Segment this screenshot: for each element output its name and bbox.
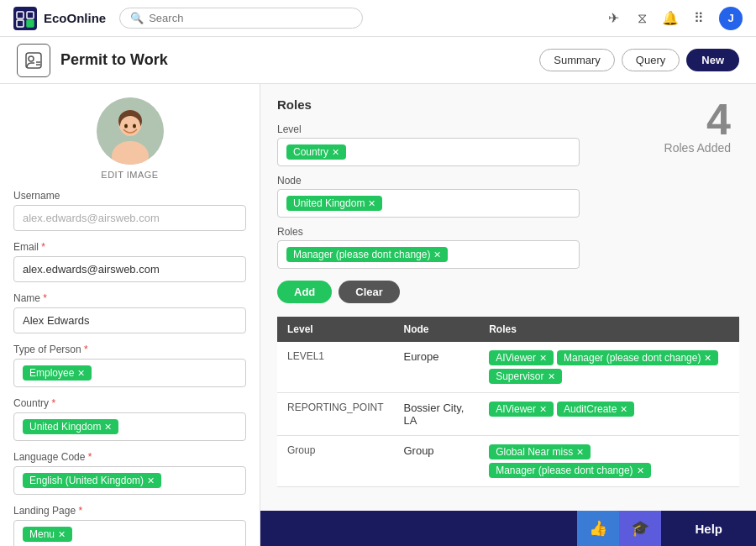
landing-group: Landing Page * Menu ✕ (13, 505, 246, 546)
role-tag-remove[interactable]: ✕ (576, 447, 584, 458)
role-tag[interactable]: AuditCreate ✕ (557, 402, 634, 417)
col-roles: Roles (479, 317, 739, 342)
grid-icon[interactable]: ⠿ (690, 10, 707, 27)
email-group: Email * (13, 241, 246, 282)
search-bar[interactable]: 🔍 (119, 8, 363, 29)
roles-table: Level Node Roles LEVEL1EuropeAIViewer ✕M… (277, 317, 739, 487)
type-label: Type of Person * (13, 344, 246, 355)
node-tag[interactable]: United Kingdom ✕ (286, 196, 382, 211)
col-node: Node (393, 317, 479, 342)
landing-tag-remove[interactable]: ✕ (58, 529, 66, 540)
language-tag-remove[interactable]: ✕ (147, 475, 155, 486)
role-tag-remove[interactable]: ✕ (539, 353, 547, 364)
avatar[interactable]: J (719, 7, 743, 30)
role-tag[interactable]: AIViewer ✕ (489, 350, 554, 365)
landing-input[interactable]: Menu ✕ (13, 520, 246, 546)
main-content: EDIT IMAGE Username Email * Name * Type … (0, 84, 756, 546)
row-level: Group (277, 436, 393, 487)
graduation-button[interactable]: 🎓 (619, 511, 661, 546)
node-field-input[interactable]: United Kingdom ✕ (277, 189, 580, 218)
roles-count-area: 4 Roles Added (664, 97, 739, 155)
username-group: Username (13, 190, 246, 231)
role-tag[interactable]: Manager (please dont change) ✕ (557, 350, 718, 365)
search-input[interactable] (149, 12, 352, 24)
employee-tag-remove[interactable]: ✕ (77, 368, 85, 379)
table-row: REPORTING_POINTBossier City, LAAIViewer … (277, 393, 739, 436)
roles-tag[interactable]: Manager (please dont change) ✕ (286, 247, 448, 262)
name-input[interactable] (13, 307, 246, 333)
nav-icons: ✈ ⧖ 🔔 ⠿ J (605, 7, 743, 30)
row-level: REPORTING_POINT (277, 393, 393, 436)
landing-tag[interactable]: Menu ✕ (23, 527, 72, 542)
level-tag-remove[interactable]: ✕ (332, 147, 339, 158)
row-level: LEVEL1 (277, 342, 393, 393)
table-row: LEVEL1EuropeAIViewer ✕Manager (please do… (277, 342, 739, 393)
employee-tag[interactable]: Employee ✕ (23, 365, 92, 381)
level-field: Level Country ✕ (277, 123, 664, 166)
role-tag[interactable]: AIViewer ✕ (489, 402, 554, 417)
svg-point-6 (29, 56, 34, 61)
roles-tag-remove[interactable]: ✕ (433, 249, 441, 260)
country-tag[interactable]: United Kingdom ✕ (23, 419, 118, 434)
role-tag-remove[interactable]: ✕ (620, 404, 627, 415)
language-tag[interactable]: English (United Kingdom) ✕ (23, 473, 161, 488)
role-tag-remove[interactable]: ✕ (704, 353, 711, 364)
language-label: Language Code * (13, 451, 246, 463)
role-tag-remove[interactable]: ✕ (539, 404, 547, 415)
permit-icon (24, 51, 43, 70)
col-level: Level (277, 317, 393, 342)
edit-image-label[interactable]: EDIT IMAGE (101, 170, 158, 180)
logo-text: EcoOnline (44, 11, 106, 25)
left-panel: EDIT IMAGE Username Email * Name * Type … (0, 84, 260, 546)
role-tag[interactable]: Manager (please dont change) ✕ (489, 463, 650, 478)
type-input[interactable]: Employee ✕ (13, 359, 246, 387)
roles-tags-group: Global Near miss ✕Manager (please dont c… (489, 444, 729, 478)
role-tag[interactable]: Global Near miss ✕ (489, 444, 591, 459)
country-input[interactable]: United Kingdom ✕ (13, 412, 246, 441)
filter-icon[interactable]: ⧖ (633, 10, 650, 27)
svg-point-13 (133, 124, 136, 129)
new-button[interactable]: New (686, 49, 739, 71)
roles-tags-group: AIViewer ✕Manager (please dont change) ✕… (489, 350, 729, 384)
profile-image-wrap: EDIT IMAGE (97, 97, 164, 180)
summary-button[interactable]: Summary (539, 49, 615, 71)
thumbs-up-button[interactable]: 👍 (577, 511, 619, 546)
country-label: Country * (13, 397, 246, 409)
clear-role-button[interactable]: Clear (339, 281, 400, 303)
country-tag-remove[interactable]: ✕ (104, 422, 112, 433)
roles-field-input[interactable]: Manager (please dont change) ✕ (277, 240, 580, 269)
add-role-button[interactable]: Add (277, 281, 332, 303)
language-group: Language Code * English (United Kingdom)… (13, 451, 246, 495)
right-panel: Roles Level Country ✕ Node (260, 84, 756, 546)
role-tag-remove[interactable]: ✕ (637, 465, 644, 476)
email-input[interactable] (13, 256, 246, 282)
bell-icon[interactable]: 🔔 (662, 10, 679, 27)
page-icon (17, 44, 50, 77)
profile-image[interactable] (97, 97, 164, 165)
role-actions: Add Clear (277, 281, 664, 303)
row-node: Group (393, 436, 479, 487)
role-tag-remove[interactable]: ✕ (548, 371, 555, 382)
roles-field-label: Roles (277, 226, 664, 238)
svg-point-12 (124, 124, 128, 129)
sub-header-actions: Summary Query New (539, 49, 739, 71)
row-node: Europe (393, 342, 479, 393)
language-input[interactable]: English (United Kingdom) ✕ (13, 466, 246, 495)
row-roles: Global Near miss ✕Manager (please dont c… (479, 436, 739, 487)
search-icon: 🔍 (130, 12, 144, 24)
name-group: Name * (13, 292, 246, 333)
role-tag[interactable]: Supervisor ✕ (489, 369, 561, 384)
help-button[interactable]: Help (661, 511, 756, 546)
country-group: Country * United Kingdom ✕ (13, 397, 246, 441)
roles-title: Roles (277, 97, 664, 112)
row-roles: AIViewer ✕AuditCreate ✕ (479, 393, 739, 436)
row-roles: AIViewer ✕Manager (please dont change) ✕… (479, 342, 739, 393)
level-tag[interactable]: Country ✕ (286, 144, 346, 160)
send-icon[interactable]: ✈ (605, 10, 622, 27)
node-tag-remove[interactable]: ✕ (368, 198, 375, 209)
landing-label: Landing Page * (13, 505, 246, 517)
username-input[interactable] (13, 205, 246, 231)
query-button[interactable]: Query (622, 49, 680, 71)
help-bar: 👍 🎓 Help (260, 511, 756, 546)
level-field-input[interactable]: Country ✕ (277, 138, 580, 166)
